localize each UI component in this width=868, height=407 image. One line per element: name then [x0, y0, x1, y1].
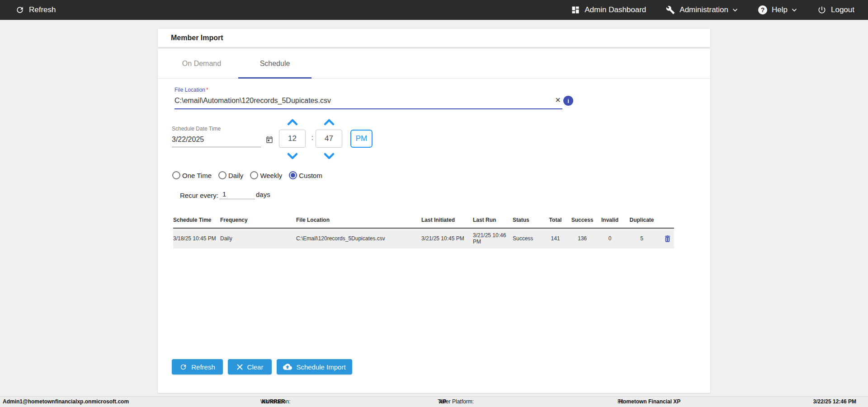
schedule-import-button[interactable]: Schedule Import: [277, 359, 352, 374]
status-bar: Admin1@hometownfinancialxp.onmicrosoft.c…: [0, 396, 868, 407]
administration-menu[interactable]: Administration: [666, 5, 738, 14]
cell-frequency: Daily: [220, 235, 296, 242]
radio-circle-icon: [172, 171, 180, 179]
help-label: Help: [772, 5, 788, 14]
radio-daily[interactable]: Daily: [218, 171, 243, 179]
cell-last-run: 3/21/25 10:46 PM: [473, 232, 513, 245]
teller-platform-info: Teller Platform: XP: [438, 397, 446, 407]
current-datetime: 3/22/25 12:46 PM: [813, 397, 856, 407]
trash-icon: [663, 234, 672, 243]
table-header-row: Schedule Time Frequency File Location La…: [173, 212, 674, 229]
dashboard-icon: [571, 5, 580, 14]
schedule-date-field: [172, 132, 261, 147]
radio-one-time[interactable]: One Time: [172, 171, 212, 179]
radio-weekly-label: Weekly: [260, 172, 282, 179]
cell-last-initiated: 3/21/25 10:45 PM: [421, 235, 473, 242]
col-frequency: Frequency: [220, 217, 296, 223]
x-icon: [236, 364, 243, 370]
table-row: 3/18/25 10:45 PM Daily C:\Email\120recor…: [173, 229, 674, 248]
action-button-row: Refresh Clear Schedule Import: [172, 359, 352, 374]
refresh-button-label: Refresh: [191, 363, 215, 371]
clear-button[interactable]: Clear: [228, 359, 272, 374]
power-icon: [817, 5, 826, 14]
calendar-icon[interactable]: [265, 136, 274, 144]
cell-success: 136: [568, 235, 597, 242]
member-import-panel: On Demand Schedule File Location* × i Sc…: [158, 49, 710, 393]
refresh-button[interactable]: Refresh: [172, 359, 223, 374]
radio-weekly[interactable]: Weekly: [250, 171, 282, 179]
cell-status: Success: [513, 235, 543, 242]
radio-custom[interactable]: Custom: [289, 171, 322, 179]
schedule-date-input[interactable]: [172, 136, 265, 144]
schedule-table: Schedule Time Frequency File Location La…: [173, 212, 674, 248]
help-icon: ?: [758, 5, 767, 14]
recur-every-input[interactable]: 1: [219, 190, 255, 199]
admin-dashboard-label: Admin Dashboard: [585, 5, 646, 14]
administration-label: Administration: [679, 5, 728, 14]
recur-unit-label: days: [256, 191, 270, 199]
topbar-right-group: Admin Dashboard Administration ? Help Lo…: [571, 5, 854, 14]
col-duplicate: Duplicate: [623, 217, 660, 223]
col-status: Status: [513, 217, 543, 223]
cell-file-location: C:\Email\120records_5Dupicates.csv: [296, 235, 421, 242]
file-location-label: File Location*: [175, 87, 208, 93]
file-location-field: ×: [175, 93, 562, 109]
radio-daily-label: Daily: [228, 172, 243, 179]
clear-button-label: Clear: [247, 363, 264, 371]
cell-duplicate: 5: [623, 235, 660, 242]
col-invalid: Invalid: [597, 217, 623, 223]
col-last-run: Last Run: [473, 217, 513, 223]
col-total: Total: [543, 217, 568, 223]
file-location-input[interactable]: [175, 97, 553, 105]
col-schedule-time: Schedule Time: [173, 217, 220, 223]
financial-institution-info: FI: Hometown Financial XP: [618, 397, 680, 407]
radio-custom-label: Custom: [299, 172, 322, 179]
logged-in-user: Admin1@hometownfinancialxp.onmicrosoft.c…: [3, 397, 129, 407]
recur-every-label: Recur every:: [180, 192, 218, 199]
minute-increment-button[interactable]: [322, 118, 336, 127]
refresh-icon: [179, 363, 187, 371]
cell-total: 141: [543, 235, 568, 242]
col-success: Success: [568, 217, 597, 223]
chevron-down-icon: [732, 7, 738, 13]
time-separator: :: [310, 134, 315, 142]
frequency-radio-group: One Time Daily Weekly Custom: [172, 171, 322, 179]
tab-bar: On Demand Schedule: [158, 49, 710, 79]
col-last-initiated: Last Initiated: [421, 217, 473, 223]
hour-input[interactable]: 12: [279, 130, 306, 148]
workstation-info: Workstation: KURRER: [260, 397, 285, 407]
cloud-upload-icon: [283, 362, 292, 371]
col-file-location: File Location: [296, 217, 421, 223]
admin-dashboard-button[interactable]: Admin Dashboard: [571, 5, 646, 14]
recur-every-row: Recur every: 1 days: [180, 190, 270, 199]
topbar-refresh-button[interactable]: Refresh: [15, 5, 56, 14]
required-asterisk: *: [206, 87, 208, 93]
cell-schedule-time: 3/18/25 10:45 PM: [173, 235, 220, 242]
refresh-icon: [15, 5, 24, 14]
info-icon[interactable]: i: [563, 96, 573, 106]
tab-schedule[interactable]: Schedule: [238, 49, 311, 79]
topbar-refresh-label: Refresh: [29, 5, 56, 14]
chevron-down-icon: [791, 7, 797, 13]
schedule-date-time-label: Schedule Date Time: [172, 126, 221, 132]
minute-input[interactable]: 47: [316, 130, 342, 148]
logout-label: Logout: [831, 5, 854, 14]
radio-circle-icon: [218, 171, 226, 179]
hour-increment-button[interactable]: [286, 118, 299, 127]
radio-circle-icon: [289, 171, 297, 179]
wrench-icon: [666, 5, 675, 14]
radio-one-time-label: One Time: [182, 172, 212, 179]
hour-decrement-button[interactable]: [286, 151, 299, 160]
logout-button[interactable]: Logout: [817, 5, 854, 14]
top-navigation-bar: Refresh Admin Dashboard Administration ?…: [0, 0, 868, 20]
minute-decrement-button[interactable]: [322, 151, 336, 160]
cell-invalid: 0: [597, 235, 623, 242]
clear-input-icon[interactable]: ×: [553, 95, 562, 106]
radio-circle-icon: [250, 171, 258, 179]
meridiem-toggle-button[interactable]: PM: [350, 130, 373, 148]
delete-row-button[interactable]: [663, 234, 672, 243]
help-menu[interactable]: ? Help: [758, 5, 797, 14]
tab-on-demand[interactable]: On Demand: [165, 49, 238, 79]
page-title: Member Import: [171, 34, 223, 42]
page-header: Member Import: [158, 29, 710, 47]
